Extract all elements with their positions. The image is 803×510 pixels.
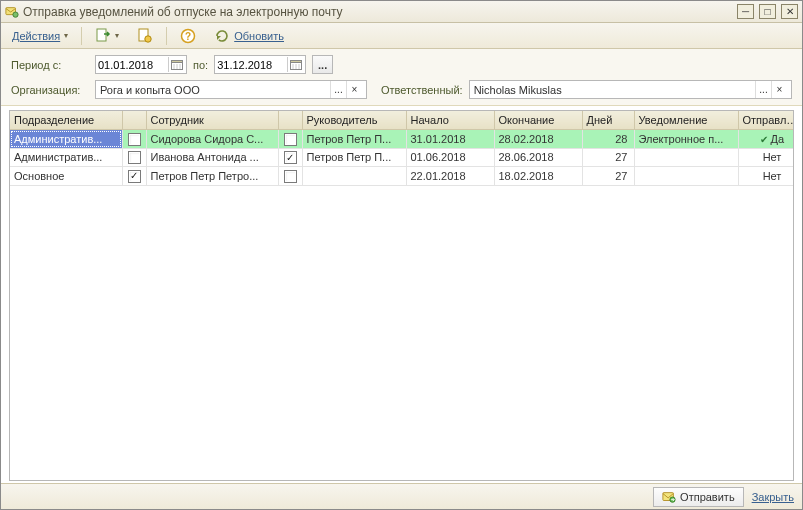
org-label: Организация:	[11, 84, 89, 96]
clear-button[interactable]: ×	[771, 81, 787, 98]
checkbox[interactable]	[284, 170, 297, 183]
send-icon	[662, 490, 676, 504]
cell-days[interactable]: 28	[582, 130, 634, 149]
table-row[interactable]: ОсновноеПетров Петр Петро...22.01.201818…	[10, 167, 794, 186]
cell-manager[interactable]	[302, 167, 406, 186]
period-from-value[interactable]	[98, 59, 160, 71]
cell-dept[interactable]: Административ...	[10, 148, 122, 167]
cell-notif[interactable]	[634, 148, 738, 167]
col-sent[interactable]: Отправлено	[738, 111, 794, 130]
cell-chk1[interactable]	[122, 148, 146, 167]
table-row[interactable]: Административ...Иванова Антонида ...Петр…	[10, 148, 794, 167]
toolbar: Действия ▾ ▾ ? Обновить	[1, 23, 802, 49]
checkbox[interactable]	[284, 151, 297, 164]
help-icon: ?	[180, 28, 196, 44]
col-dept[interactable]: Подразделение	[10, 111, 122, 130]
separator	[166, 27, 167, 45]
cell-days[interactable]: 27	[582, 148, 634, 167]
col-chk1[interactable]	[122, 111, 146, 130]
grid-table: Подразделение Сотрудник Руководитель Нач…	[10, 111, 794, 186]
data-grid[interactable]: Подразделение Сотрудник Руководитель Нач…	[9, 110, 794, 481]
cell-manager[interactable]: Петров Петр П...	[302, 130, 406, 149]
cell-chk2[interactable]	[278, 167, 302, 186]
checkbox[interactable]	[128, 133, 141, 146]
period-to-input[interactable]	[214, 55, 306, 74]
cell-sent[interactable]: Нет	[738, 167, 794, 186]
cell-chk1[interactable]	[122, 167, 146, 186]
col-employee[interactable]: Сотрудник	[146, 111, 278, 130]
toolbar-btn-1[interactable]: ▾	[88, 26, 126, 46]
organization-input[interactable]: Рога и копыта ООО ... ×	[95, 80, 367, 99]
table-row[interactable]: Административ...Сидорова Сидора С...Петр…	[10, 130, 794, 149]
cell-dept[interactable]: Административ...	[10, 130, 122, 149]
col-notif[interactable]: Уведомление	[634, 111, 738, 130]
refresh-button[interactable]: Обновить	[207, 26, 291, 46]
actions-label: Действия	[12, 30, 60, 42]
svg-rect-2	[97, 29, 106, 41]
sheet-arrow-icon	[95, 28, 111, 44]
refresh-label: Обновить	[234, 30, 284, 42]
checkbox[interactable]	[128, 170, 141, 183]
cell-sent[interactable]: Нет	[738, 148, 794, 167]
checkbox[interactable]	[128, 151, 141, 164]
col-chk2[interactable]	[278, 111, 302, 130]
col-end[interactable]: Окончание	[494, 111, 582, 130]
cell-sent[interactable]: Да	[738, 130, 794, 149]
cell-manager[interactable]: Петров Петр П...	[302, 148, 406, 167]
cell-chk1[interactable]	[122, 130, 146, 149]
clear-button[interactable]: ×	[346, 81, 362, 98]
cell-employee[interactable]: Петров Петр Петро...	[146, 167, 278, 186]
calendar-icon[interactable]	[287, 57, 303, 72]
organization-value: Рога и копыта ООО	[100, 84, 330, 96]
cell-days[interactable]: 27	[582, 167, 634, 186]
col-manager[interactable]: Руководитель	[302, 111, 406, 130]
svg-point-4	[145, 35, 151, 41]
cell-end[interactable]: 18.02.2018	[494, 167, 582, 186]
cell-start[interactable]: 22.01.2018	[406, 167, 494, 186]
checkbox[interactable]	[284, 133, 297, 146]
send-label: Отправить	[680, 491, 735, 503]
chevron-down-icon: ▾	[64, 31, 68, 40]
cell-start[interactable]: 01.06.2018	[406, 148, 494, 167]
ellipsis-button[interactable]: ...	[755, 81, 771, 98]
cell-chk2[interactable]	[278, 148, 302, 167]
calendar-icon[interactable]	[168, 57, 184, 72]
cell-dept[interactable]: Основное	[10, 167, 122, 186]
period-from-input[interactable]	[95, 55, 187, 74]
minimize-button[interactable]: ─	[737, 4, 754, 19]
help-button[interactable]: ?	[173, 26, 203, 46]
cell-notif[interactable]: Электронное п...	[634, 130, 738, 149]
separator	[81, 27, 82, 45]
period-to-label: по:	[193, 59, 208, 71]
col-start[interactable]: Начало	[406, 111, 494, 130]
cell-chk2[interactable]	[278, 130, 302, 149]
app-window: Отправка уведомлений об отпуске на элект…	[0, 0, 803, 510]
maximize-button[interactable]: □	[759, 4, 776, 19]
period-row: Период с: по: ...	[11, 55, 792, 74]
cell-employee[interactable]: Иванова Антонида ...	[146, 148, 278, 167]
period-to-value[interactable]	[217, 59, 279, 71]
title-bar: Отправка уведомлений об отпуске на элект…	[1, 1, 802, 23]
cell-employee[interactable]: Сидорова Сидора С...	[146, 130, 278, 149]
cell-end[interactable]: 28.02.2018	[494, 130, 582, 149]
svg-point-1	[13, 12, 18, 17]
period-picker-button[interactable]: ...	[312, 55, 333, 74]
send-button[interactable]: Отправить	[653, 487, 744, 507]
svg-rect-13	[290, 60, 301, 62]
responsible-input[interactable]: Nicholas Mikuslas ... ×	[469, 80, 792, 99]
svg-rect-8	[171, 60, 182, 62]
grid-empty-area	[10, 186, 793, 480]
ellipsis-button[interactable]: ...	[330, 81, 346, 98]
header-row: Подразделение Сотрудник Руководитель Нач…	[10, 111, 794, 130]
svg-text:?: ?	[185, 31, 191, 42]
period-from-label: Период с:	[11, 59, 89, 71]
close-link[interactable]: Закрыть	[752, 491, 794, 503]
footer-bar: Отправить Закрыть	[1, 483, 802, 509]
close-button[interactable]: ✕	[781, 4, 798, 19]
cell-end[interactable]: 28.06.2018	[494, 148, 582, 167]
cell-notif[interactable]	[634, 167, 738, 186]
cell-start[interactable]: 31.01.2018	[406, 130, 494, 149]
toolbar-btn-2[interactable]	[130, 26, 160, 46]
actions-menu-button[interactable]: Действия ▾	[5, 26, 75, 46]
col-days[interactable]: Дней	[582, 111, 634, 130]
